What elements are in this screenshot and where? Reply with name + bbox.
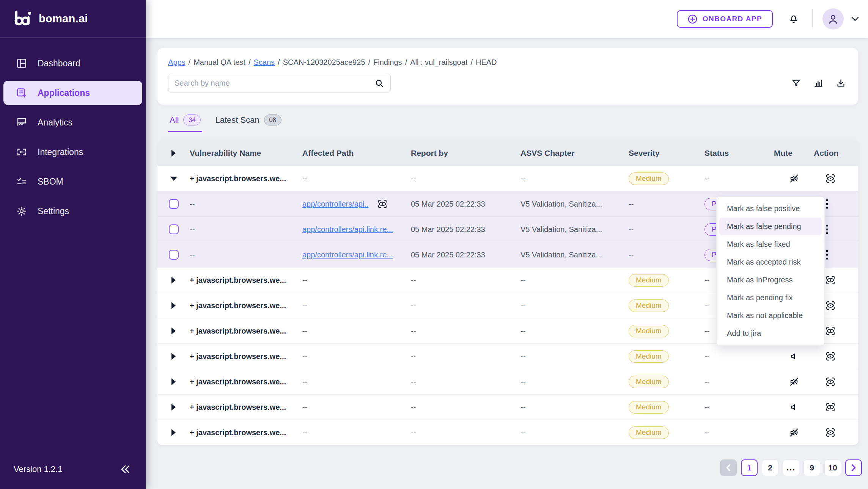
action-cell — [814, 427, 858, 438]
menu-item-add-to-jira[interactable]: Add to jira — [719, 324, 822, 342]
menu-item-mark-as-not-applicable[interactable]: Mark as not applicable — [719, 307, 822, 324]
tab-latest-scan[interactable]: Latest Scan08 — [214, 112, 283, 132]
findings-tabs: All34Latest Scan08 — [168, 112, 283, 132]
affected-path-cell: -- — [302, 428, 411, 437]
menu-item-mark-as-pending-fix[interactable]: Mark as pending fix — [719, 289, 822, 307]
filter-button[interactable] — [791, 78, 801, 88]
collapse-row-icon[interactable] — [170, 177, 177, 181]
report-by-cell: -- — [411, 174, 520, 183]
severity-cell: Medium — [629, 401, 704, 414]
asvs-chapter-cell: V5 Validation, Sanitiza... — [520, 200, 629, 208]
muted-icon[interactable] — [789, 376, 799, 387]
breadcrumb-all-vul-railsgoat: All : vul_railsgoat — [410, 58, 467, 67]
view-finding-button[interactable] — [825, 376, 836, 387]
search-icon[interactable] — [374, 78, 384, 88]
chevron-left-icon — [725, 464, 731, 472]
view-finding-button[interactable] — [825, 173, 836, 184]
row-checkbox[interactable] — [169, 199, 179, 209]
notifications-button[interactable] — [788, 13, 799, 25]
menu-item-mark-as-accepted-risk[interactable]: Mark as accepted risk — [719, 253, 822, 271]
expand-row-icon[interactable] — [171, 277, 176, 284]
pagination-prev-button[interactable] — [720, 459, 737, 476]
user-avatar[interactable] — [822, 8, 844, 30]
onboard-app-button[interactable]: ONBOARD APP — [677, 10, 773, 28]
vulnerability-name-cell: + javascript.browsers.we... — [190, 403, 302, 412]
download-button[interactable] — [836, 78, 846, 88]
vulnerability-name-cell: + javascript.browsers.we... — [190, 276, 302, 285]
plus-circle-icon — [687, 14, 698, 24]
view-finding-button[interactable] — [825, 326, 836, 336]
view-finding-button[interactable] — [825, 402, 836, 412]
breadcrumb-scans[interactable]: Scans — [253, 58, 275, 67]
profile-menu-button[interactable] — [851, 16, 860, 22]
severity-cell: Medium — [629, 274, 704, 287]
row-menu-button[interactable] — [825, 224, 829, 235]
affected-path-cell: -- — [302, 403, 411, 412]
sidebar-item-analytics[interactable]: Analytics — [3, 110, 142, 135]
vulnerability-name-cell: -- — [190, 251, 302, 259]
expand-row-icon[interactable] — [171, 302, 176, 309]
sidebar-item-settings[interactable]: Settings — [3, 199, 142, 223]
breadcrumb-separator: / — [368, 58, 370, 67]
affected-path-cell: -- — [302, 378, 411, 386]
chart-button[interactable] — [813, 78, 824, 88]
menu-item-mark-as-false-pending[interactable]: Mark as false pending — [719, 218, 822, 235]
sidebar-item-label: Integrations — [38, 147, 83, 157]
row-menu-button[interactable] — [825, 198, 829, 210]
pagination-page-1[interactable]: 1 — [741, 459, 758, 476]
search-input[interactable] — [175, 79, 374, 88]
view-finding-button[interactable] — [825, 351, 836, 362]
muted-icon[interactable] — [789, 173, 799, 184]
settings-icon — [16, 205, 28, 217]
row-menu-button[interactable] — [825, 249, 829, 260]
pagination-ellipsis: ... — [783, 459, 799, 476]
column-header-action: Action — [814, 149, 858, 158]
mute-cell — [774, 173, 814, 184]
affected-path-link[interactable]: app/controllers/api.link.re... — [302, 225, 393, 234]
column-header-affected-path: Affected Path — [302, 149, 411, 158]
topbar-divider — [812, 9, 813, 29]
menu-item-mark-as-false-positive[interactable]: Mark as false positive — [719, 200, 822, 218]
menu-item-mark-as-inprogress[interactable]: Mark as InProgress — [719, 271, 822, 289]
menu-item-mark-as-false-fixed[interactable]: Mark as false fixed — [719, 235, 822, 253]
view-path-button[interactable] — [377, 199, 388, 209]
breadcrumb-apps[interactable]: Apps — [168, 58, 186, 67]
expand-row-icon[interactable] — [171, 328, 176, 334]
view-finding-button[interactable] — [825, 275, 836, 285]
person-icon — [827, 13, 840, 25]
sidebar-item-applications[interactable]: Applications — [3, 81, 142, 105]
pagination-page-10[interactable]: 10 — [824, 459, 841, 476]
expand-row-icon[interactable] — [171, 353, 176, 360]
row-checkbox[interactable] — [169, 250, 179, 260]
pagination-page-2[interactable]: 2 — [762, 459, 778, 476]
unmuted-icon[interactable] — [789, 402, 799, 412]
expand-row-icon[interactable] — [171, 429, 176, 436]
sidebar-item-dashboard[interactable]: Dashboard — [3, 51, 142, 75]
report-by-cell: 05 Mar 2025 02:22:33 — [411, 251, 520, 259]
expand-all-icon[interactable] — [171, 150, 176, 157]
vulnerability-name-cell: + javascript.browsers.we... — [190, 301, 302, 310]
row-checkbox[interactable] — [169, 224, 179, 234]
mute-cell — [774, 351, 814, 361]
expand-row-icon[interactable] — [171, 378, 176, 385]
view-finding-button[interactable] — [825, 300, 836, 311]
severity-cell: Medium — [629, 350, 704, 363]
unmuted-icon[interactable] — [789, 351, 799, 361]
tab-all[interactable]: All34 — [168, 112, 202, 132]
sidebar-item-label: Analytics — [38, 118, 72, 128]
sidebar-item-integrations[interactable]: Integrations — [3, 140, 142, 164]
expand-row-icon[interactable] — [171, 404, 176, 411]
report-by-cell: 05 Mar 2025 02:22:33 — [411, 225, 520, 234]
muted-icon[interactable] — [789, 427, 799, 438]
sidebar-item-sbom[interactable]: SBOM — [3, 169, 142, 194]
onboard-app-label: ONBOARD APP — [703, 15, 762, 23]
sidebar-collapse-button[interactable] — [120, 464, 131, 474]
affected-path-link[interactable]: app/controllers/api.link.re... — [302, 251, 393, 259]
pagination-next-button[interactable] — [845, 459, 862, 476]
severity-cell: -- — [629, 251, 704, 259]
status-cell: -- — [704, 352, 774, 361]
pagination-page-9[interactable]: 9 — [804, 459, 820, 476]
affected-path-link[interactable]: app/controllers/api.. — [302, 200, 369, 208]
report-by-cell: -- — [411, 301, 520, 310]
view-finding-button[interactable] — [825, 427, 836, 438]
